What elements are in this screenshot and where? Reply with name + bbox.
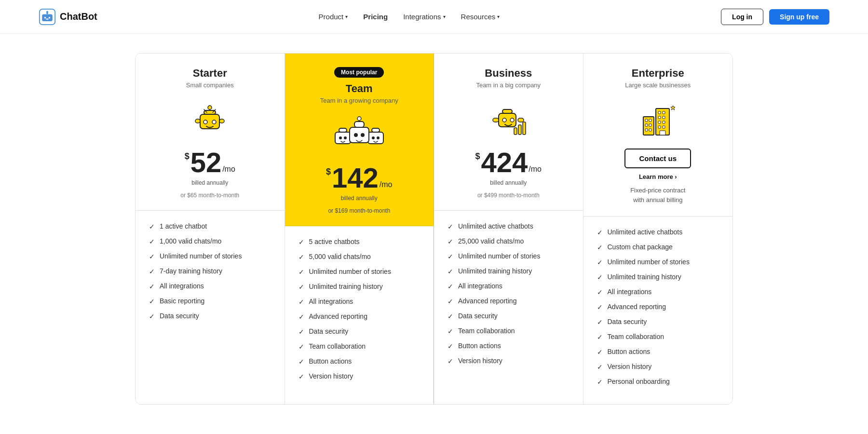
feature-item: ✓ Unlimited number of stories xyxy=(149,252,271,260)
plan-features-enterprise: ✓ Unlimited active chatbots ✓ Custom cha… xyxy=(583,217,733,404)
feature-item: ✓ Custom chat package xyxy=(597,243,719,251)
feature-label: Team collaboration xyxy=(458,327,515,335)
nav-resources[interactable]: Resources ▾ xyxy=(461,13,500,21)
check-icon: ✓ xyxy=(149,268,155,275)
feature-item: ✓ Button actions xyxy=(597,348,719,356)
check-icon: ✓ xyxy=(597,318,603,326)
check-icon: ✓ xyxy=(298,268,304,276)
feature-item: ✓ 5 active chatbots xyxy=(298,238,420,246)
plan-features-team: ✓ 5 active chatbots ✓ 5,000 valid chats/… xyxy=(285,226,434,404)
nav-pricing[interactable]: Pricing xyxy=(363,13,388,21)
check-icon: ✓ xyxy=(448,357,453,365)
svg-rect-47 xyxy=(658,111,661,114)
check-icon: ✓ xyxy=(149,253,155,260)
svg-rect-49 xyxy=(658,116,661,119)
svg-point-3 xyxy=(44,17,46,19)
feature-label: Data security xyxy=(608,318,647,326)
svg-rect-45 xyxy=(649,129,651,131)
check-icon: ✓ xyxy=(597,229,603,236)
feature-item: ✓ Version history xyxy=(298,372,420,380)
feature-item: ✓ 7-day training history xyxy=(149,267,271,275)
feature-item: ✓ Team collaboration xyxy=(448,327,570,335)
feature-label: 1 active chatbot xyxy=(160,222,207,230)
svg-rect-21 xyxy=(372,128,380,132)
signup-button[interactable]: Sign up free xyxy=(769,9,829,25)
svg-rect-42 xyxy=(645,124,648,126)
check-icon: ✓ xyxy=(298,298,304,306)
feature-label: Unlimited number of stories xyxy=(608,258,690,266)
check-icon: ✓ xyxy=(448,312,453,320)
svg-point-4 xyxy=(49,17,51,19)
price-mo-business: /mo xyxy=(529,165,542,174)
feature-item: ✓ All integrations xyxy=(597,288,719,296)
feature-label: Unlimited number of stories xyxy=(458,252,540,260)
logo[interactable]: ChatBot xyxy=(39,8,97,26)
svg-rect-5 xyxy=(46,18,48,19)
feature-item: ✓ All integrations xyxy=(448,282,570,290)
svg-point-27 xyxy=(361,133,365,137)
learn-more-link[interactable]: Learn more › xyxy=(639,173,677,180)
feature-item: ✓ Unlimited training history xyxy=(597,273,719,281)
login-button[interactable]: Log in xyxy=(721,9,763,25)
check-icon: ✓ xyxy=(597,378,603,386)
check-icon: ✓ xyxy=(298,358,304,366)
plan-name-enterprise: Enterprise xyxy=(597,67,719,80)
feature-item: ✓ Button actions xyxy=(298,357,420,366)
nav-actions: Log in Sign up free xyxy=(721,9,829,25)
feature-label: Advanced reporting xyxy=(458,297,516,305)
price-number-business: 424 xyxy=(481,149,528,176)
feature-item: ✓ Data security xyxy=(149,312,271,320)
feature-label: Version history xyxy=(458,357,502,365)
price-number-team: 142 xyxy=(332,164,379,192)
check-icon: ✓ xyxy=(298,343,304,351)
feature-item: ✓ 25,000 valid chats/mo xyxy=(448,237,570,245)
nav-product[interactable]: Product ▾ xyxy=(319,13,348,21)
svg-point-14 xyxy=(208,106,212,109)
svg-rect-41 xyxy=(649,119,651,122)
feature-item: ✓ Advanced reporting xyxy=(298,312,420,321)
svg-point-7 xyxy=(46,11,48,13)
feature-label: Unlimited number of stories xyxy=(160,252,242,260)
price-block-starter: $ 52 /mo xyxy=(149,149,271,176)
check-icon: ✓ xyxy=(448,253,453,260)
feature-item: ✓ Unlimited number of stories xyxy=(597,258,719,266)
check-icon: ✓ xyxy=(149,312,155,320)
feature-label: Unlimited training history xyxy=(458,267,532,275)
feature-item: ✓ Unlimited training history xyxy=(298,283,420,291)
svg-rect-52 xyxy=(663,121,665,123)
plan-features-starter: ✓ 1 active chatbot ✓ 1,000 valid chats/m… xyxy=(136,211,285,404)
feature-item: ✓ Unlimited number of stories xyxy=(298,268,420,276)
plan-name-team: Team xyxy=(298,82,420,95)
pricing-grid: StarterSmall companies $ 52 /mo billed a… xyxy=(135,53,733,405)
svg-rect-44 xyxy=(645,129,648,131)
check-icon: ✓ xyxy=(298,238,304,246)
check-icon: ✓ xyxy=(448,268,453,275)
check-icon: ✓ xyxy=(597,348,603,356)
feature-item: ✓ Advanced reporting xyxy=(597,303,719,311)
check-icon: ✓ xyxy=(597,333,603,341)
check-icon: ✓ xyxy=(448,283,453,290)
plan-header-team: Most popularTeamTeam in a growing compan… xyxy=(285,54,434,226)
feature-label: Button actions xyxy=(458,342,501,350)
fixed-price-note: Fixed-price contractwith annual billing xyxy=(597,186,719,204)
svg-rect-37 xyxy=(518,125,521,135)
check-icon: ✓ xyxy=(298,328,304,336)
integrations-chevron-icon: ▾ xyxy=(443,14,446,19)
contact-block-enterprise: Contact us Learn more › xyxy=(597,149,719,181)
svg-rect-31 xyxy=(502,109,512,113)
billing-annual-team: billed annually xyxy=(298,195,420,202)
svg-rect-40 xyxy=(645,119,648,122)
nav-links: Product ▾ Pricing Integrations ▾ Resourc… xyxy=(319,13,500,21)
logo-text: ChatBot xyxy=(60,11,97,22)
feature-item: ✓ Data security xyxy=(448,312,570,320)
svg-rect-48 xyxy=(663,111,665,114)
svg-point-22 xyxy=(372,136,375,139)
nav-integrations[interactable]: Integrations ▾ xyxy=(403,13,445,21)
contact-us-button[interactable]: Contact us xyxy=(624,149,691,168)
feature-item: ✓ Team collaboration xyxy=(597,333,719,341)
check-icon: ✓ xyxy=(597,273,603,281)
svg-rect-51 xyxy=(658,121,661,123)
feature-label: Advanced reporting xyxy=(608,303,666,311)
feature-label: Version history xyxy=(309,372,353,380)
feature-item: ✓ Data security xyxy=(298,327,420,336)
